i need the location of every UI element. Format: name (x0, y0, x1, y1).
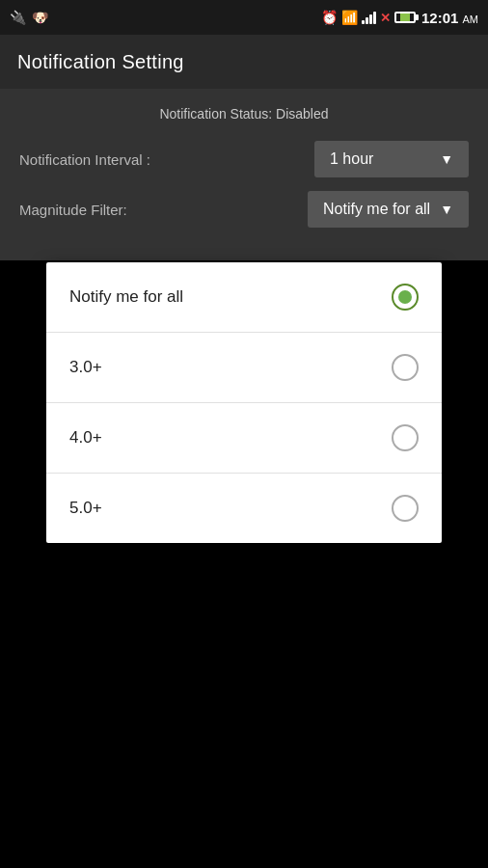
no-sim-icon: ✕ (380, 11, 391, 25)
radio-button[interactable] (392, 495, 419, 522)
android-icon: 🐶 (32, 10, 48, 25)
interval-dropdown[interactable]: 1 hour ▼ (314, 141, 469, 177)
option-label: 5.0+ (69, 499, 102, 518)
status-bar-left: 🔌 🐶 (10, 10, 48, 25)
notification-status-text: Notification Status: Disabled (19, 106, 469, 122)
interval-label: Notification Interval : (19, 151, 150, 168)
radio-button[interactable] (392, 354, 419, 381)
option-label: Notify me for all (69, 287, 183, 307)
dropdown-option[interactable]: Notify me for all (46, 262, 442, 333)
settings-area: Notification Status: Disabled Notificati… (0, 89, 488, 260)
alarm-icon: ⏰ (321, 10, 338, 25)
magnitude-dropdown-panel: Notify me for all3.0+4.0+5.0+ (46, 262, 442, 543)
usb-icon: 🔌 (10, 10, 26, 25)
dropdown-option[interactable]: 3.0+ (46, 333, 442, 403)
status-bar: 🔌 🐶 ⏰ 📶 ✕ 12:01 AM (0, 0, 488, 35)
battery-icon (394, 12, 416, 23)
magnitude-row: Magnitude Filter: Notify me for all ▼ (19, 191, 469, 228)
dropdown-option[interactable]: 5.0+ (46, 474, 442, 543)
radio-inner-dot (398, 290, 412, 304)
interval-value: 1 hour (330, 150, 373, 168)
option-label: 3.0+ (69, 358, 102, 377)
interval-dropdown-arrow: ▼ (440, 151, 453, 167)
interval-row: Notification Interval : 1 hour ▼ (19, 141, 469, 177)
app-header: Notification Setting (0, 35, 488, 89)
magnitude-value: Notify me for all (323, 201, 430, 218)
option-label: 4.0+ (69, 428, 102, 448)
magnitude-dropdown[interactable]: Notify me for all ▼ (308, 191, 469, 228)
dropdown-option[interactable]: 4.0+ (46, 403, 442, 474)
status-time: 12:01 AM (421, 10, 478, 26)
signal-icon (362, 11, 376, 24)
page-title: Notification Setting (17, 51, 184, 73)
status-bar-right: ⏰ 📶 ✕ 12:01 AM (321, 10, 478, 26)
magnitude-dropdown-arrow: ▼ (440, 202, 453, 217)
radio-button[interactable] (392, 424, 419, 451)
magnitude-label: Magnitude Filter: (19, 202, 127, 218)
wifi-icon: 📶 (341, 10, 358, 25)
radio-button[interactable] (392, 284, 419, 311)
